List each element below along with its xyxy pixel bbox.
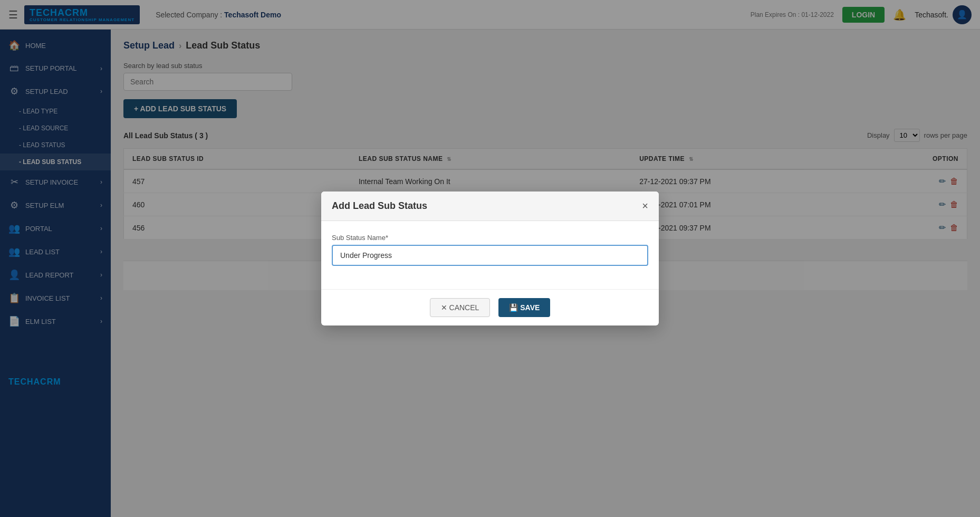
modal-footer: ✕ CANCEL 💾 SAVE	[321, 289, 659, 325]
sub-status-name-field-group: Sub Status Name*	[332, 234, 648, 266]
save-button[interactable]: 💾 SAVE	[498, 298, 550, 317]
modal-close-button[interactable]: ×	[642, 200, 648, 212]
modal-add-lead-sub-status: Add Lead Sub Status × Sub Status Name* ✕…	[321, 192, 659, 325]
sub-status-name-label: Sub Status Name*	[332, 234, 648, 242]
modal-header: Add Lead Sub Status ×	[321, 192, 659, 221]
modal-title: Add Lead Sub Status	[332, 200, 427, 212]
modal-overlay[interactable]: Add Lead Sub Status × Sub Status Name* ✕…	[0, 0, 980, 517]
sub-status-name-input[interactable]	[332, 245, 648, 266]
cancel-button[interactable]: ✕ CANCEL	[430, 298, 491, 317]
modal-body: Sub Status Name*	[321, 221, 659, 289]
